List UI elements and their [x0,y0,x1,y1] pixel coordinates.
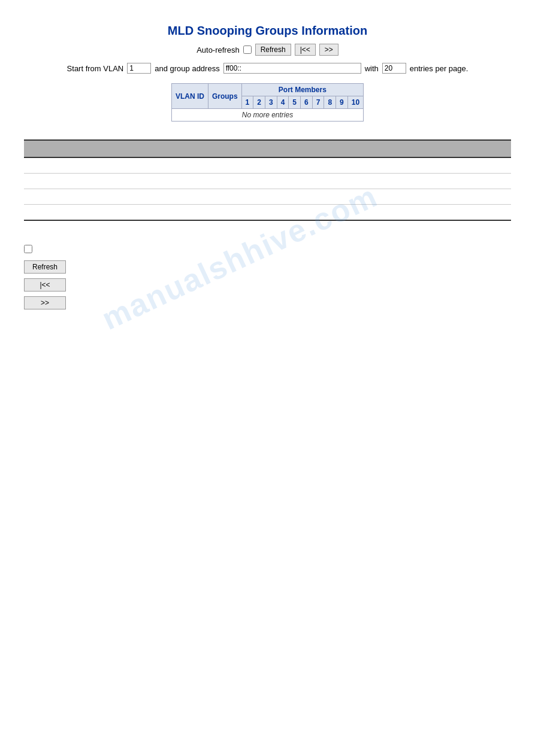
row3-col1 [24,189,144,205]
row1-col2 [144,157,511,174]
secondary-col1-header [24,140,144,157]
with-label: with [365,64,379,73]
auto-refresh-label: Auto-refresh [197,45,240,54]
table-row [24,157,511,174]
row4-col2 [144,205,511,221]
filter-row: Start from VLAN and group address with e… [12,63,523,74]
controls-row: Auto-refresh Refresh |<< >> [12,44,523,56]
port-col-2: 2 [253,96,265,109]
and-group-address-label: and group address [155,64,219,73]
row2-col1 [24,174,144,189]
port-col-7: 7 [312,96,324,109]
prev-button[interactable]: |<< [295,44,316,56]
port-col-4: 4 [277,96,289,109]
refresh-button[interactable]: Refresh [255,44,291,56]
port-col-1: 1 [241,96,253,109]
vlan-id-header: VLAN ID [171,84,208,109]
bottom-auto-refresh-checkbox[interactable] [24,245,32,253]
port-col-9: 9 [336,96,348,109]
header-section: MLD Snooping Groups Information Auto-ref… [12,24,523,74]
entries-per-page-input[interactable] [382,63,406,74]
bottom-next-button[interactable]: >> [24,296,66,309]
port-col-10: 10 [347,96,363,109]
bottom-refresh-button[interactable]: Refresh [24,260,66,274]
port-col-8: 8 [324,96,336,109]
groups-header: Groups [208,84,241,109]
port-col-5: 5 [289,96,301,109]
row2-col2 [144,174,511,189]
group-address-input[interactable] [223,63,361,74]
entries-per-page-label: entries per page. [410,64,468,73]
secondary-table-wrapper [24,139,511,221]
table-row [24,205,511,221]
port-members-header: Port Members [241,84,364,96]
vlan-input[interactable] [127,63,151,74]
no-entries-row: No more entries [171,109,363,122]
port-col-3: 3 [265,96,277,109]
auto-refresh-checkbox[interactable] [243,45,252,54]
secondary-table [24,139,511,221]
secondary-col2-header [144,140,511,157]
bottom-checkbox-row [24,245,511,253]
port-col-6: 6 [301,96,313,109]
main-table: VLAN ID Groups Port Members 1 2 3 4 5 6 … [171,83,364,122]
row3-col2 [144,189,511,205]
bottom-prev-button[interactable]: |<< [24,278,66,292]
table-row [24,174,511,189]
start-from-vlan-label: Start from VLAN [67,64,124,73]
main-table-wrapper: VLAN ID Groups Port Members 1 2 3 4 5 6 … [12,83,523,122]
row1-col1 [24,157,144,174]
page-title: MLD Snooping Groups Information [12,24,523,38]
row4-col1 [24,205,144,221]
table-row [24,189,511,205]
bottom-controls: Refresh |<< >> [12,245,523,309]
no-entries-text: No more entries [171,109,363,122]
next-button[interactable]: >> [319,44,338,56]
